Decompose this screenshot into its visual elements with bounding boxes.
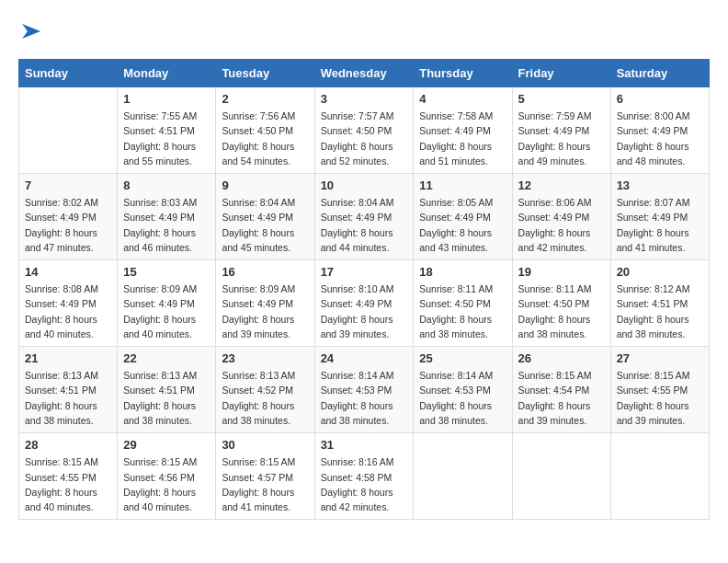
calendar-week-row: 28Sunrise: 8:15 AM Sunset: 4:55 PM Dayli… [19,433,710,520]
calendar-cell [610,433,709,520]
day-number: 20 [617,265,703,279]
calendar-header-row: SundayMondayTuesdayWednesdayThursdayFrid… [19,60,710,87]
day-number: 22 [123,351,210,365]
day-number: 19 [518,265,605,279]
day-info: Sunrise: 7:59 AM Sunset: 4:49 PM Dayligh… [518,109,605,168]
calendar-cell: 4Sunrise: 7:58 AM Sunset: 4:49 PM Daylig… [414,87,512,174]
day-info: Sunrise: 8:09 AM Sunset: 4:49 PM Dayligh… [222,282,308,341]
day-number: 12 [518,178,605,192]
calendar-cell: 31Sunrise: 8:16 AM Sunset: 4:58 PM Dayli… [314,433,414,520]
day-info: Sunrise: 7:55 AM Sunset: 4:51 PM Dayligh… [123,109,210,168]
day-info: Sunrise: 8:11 AM Sunset: 4:50 PM Dayligh… [419,282,506,341]
day-number: 4 [419,92,506,106]
calendar-cell: 14Sunrise: 8:08 AM Sunset: 4:49 PM Dayli… [19,260,118,347]
day-info: Sunrise: 8:13 AM Sunset: 4:51 PM Dayligh… [25,368,111,428]
calendar-cell: 10Sunrise: 8:04 AM Sunset: 4:49 PM Dayli… [314,174,414,260]
day-number: 1 [123,92,210,106]
day-number: 13 [617,178,703,192]
calendar-cell: 3Sunrise: 7:57 AM Sunset: 4:50 PM Daylig… [314,87,414,174]
calendar-cell [414,433,512,520]
weekday-header-tuesday: Tuesday [216,60,314,87]
calendar-cell: 18Sunrise: 8:11 AM Sunset: 4:50 PM Dayli… [414,260,512,347]
day-number: 23 [222,351,308,365]
day-number: 27 [617,351,703,365]
calendar-cell: 30Sunrise: 8:15 AM Sunset: 4:57 PM Dayli… [216,433,314,520]
day-number: 29 [123,438,210,452]
day-number: 21 [25,351,111,365]
calendar-cell: 1Sunrise: 7:55 AM Sunset: 4:51 PM Daylig… [118,87,216,174]
calendar-cell: 16Sunrise: 8:09 AM Sunset: 4:49 PM Dayli… [216,260,314,347]
calendar-table: SundayMondayTuesdayWednesdayThursdayFrid… [18,59,710,520]
weekday-header-saturday: Saturday [610,60,709,87]
day-number: 6 [617,92,703,106]
calendar-cell: 26Sunrise: 8:15 AM Sunset: 4:54 PM Dayli… [512,347,610,433]
day-number: 16 [222,265,308,279]
weekday-header-thursday: Thursday [414,60,512,87]
day-number: 24 [321,351,408,365]
calendar-cell: 24Sunrise: 8:14 AM Sunset: 4:53 PM Dayli… [314,347,414,433]
day-number: 25 [419,351,506,365]
day-info: Sunrise: 8:03 AM Sunset: 4:49 PM Dayligh… [123,195,210,255]
day-info: Sunrise: 8:15 AM Sunset: 4:54 PM Dayligh… [518,368,605,428]
day-info: Sunrise: 8:10 AM Sunset: 4:49 PM Dayligh… [321,282,408,341]
day-info: Sunrise: 8:13 AM Sunset: 4:52 PM Dayligh… [222,368,308,428]
calendar-week-row: 14Sunrise: 8:08 AM Sunset: 4:49 PM Dayli… [19,260,710,347]
calendar-cell: 17Sunrise: 8:10 AM Sunset: 4:49 PM Dayli… [314,260,414,347]
calendar-cell: 22Sunrise: 8:13 AM Sunset: 4:51 PM Dayli… [118,347,216,433]
day-number: 5 [518,92,605,106]
calendar-cell: 27Sunrise: 8:15 AM Sunset: 4:55 PM Dayli… [610,347,709,433]
day-number: 8 [123,178,210,192]
day-info: Sunrise: 8:13 AM Sunset: 4:51 PM Dayligh… [123,368,210,428]
calendar-week-row: 1Sunrise: 7:55 AM Sunset: 4:51 PM Daylig… [19,87,710,174]
calendar-cell: 21Sunrise: 8:13 AM Sunset: 4:51 PM Dayli… [19,347,118,433]
calendar-cell: 15Sunrise: 8:09 AM Sunset: 4:49 PM Dayli… [118,260,216,347]
day-number: 18 [419,265,506,279]
day-info: Sunrise: 8:07 AM Sunset: 4:49 PM Dayligh… [617,195,703,255]
calendar-cell: 6Sunrise: 8:00 AM Sunset: 4:49 PM Daylig… [610,87,709,174]
day-number: 28 [25,438,111,452]
day-number: 17 [321,265,408,279]
day-info: Sunrise: 8:14 AM Sunset: 4:53 PM Dayligh… [321,368,408,428]
day-number: 2 [222,92,308,106]
logo [18,18,44,44]
calendar-cell: 23Sunrise: 8:13 AM Sunset: 4:52 PM Dayli… [216,347,314,433]
calendar-cell: 5Sunrise: 7:59 AM Sunset: 4:49 PM Daylig… [512,87,610,174]
day-info: Sunrise: 8:06 AM Sunset: 4:49 PM Dayligh… [518,195,605,255]
day-number: 9 [222,178,308,192]
day-info: Sunrise: 8:16 AM Sunset: 4:58 PM Dayligh… [321,454,408,514]
day-number: 31 [321,438,408,452]
day-number: 7 [25,178,111,192]
day-number: 14 [25,265,111,279]
day-info: Sunrise: 8:09 AM Sunset: 4:49 PM Dayligh… [123,282,210,341]
page-header [18,18,710,44]
calendar-week-row: 21Sunrise: 8:13 AM Sunset: 4:51 PM Dayli… [19,347,710,433]
calendar-cell: 12Sunrise: 8:06 AM Sunset: 4:49 PM Dayli… [512,174,610,260]
calendar-cell: 28Sunrise: 8:15 AM Sunset: 4:55 PM Dayli… [19,433,118,520]
day-info: Sunrise: 8:04 AM Sunset: 4:49 PM Dayligh… [222,195,308,255]
calendar-cell: 2Sunrise: 7:56 AM Sunset: 4:50 PM Daylig… [216,87,314,174]
day-info: Sunrise: 8:04 AM Sunset: 4:49 PM Dayligh… [321,195,408,255]
weekday-header-sunday: Sunday [19,60,118,87]
calendar-cell: 25Sunrise: 8:14 AM Sunset: 4:53 PM Dayli… [414,347,512,433]
calendar-cell: 20Sunrise: 8:12 AM Sunset: 4:51 PM Dayli… [610,260,709,347]
day-info: Sunrise: 8:14 AM Sunset: 4:53 PM Dayligh… [419,368,506,428]
calendar-cell: 9Sunrise: 8:04 AM Sunset: 4:49 PM Daylig… [216,174,314,260]
day-info: Sunrise: 8:05 AM Sunset: 4:49 PM Dayligh… [419,195,506,255]
calendar-cell: 13Sunrise: 8:07 AM Sunset: 4:49 PM Dayli… [610,174,709,260]
day-info: Sunrise: 7:56 AM Sunset: 4:50 PM Dayligh… [222,109,308,168]
day-info: Sunrise: 8:11 AM Sunset: 4:50 PM Dayligh… [518,282,605,341]
calendar-cell: 19Sunrise: 8:11 AM Sunset: 4:50 PM Dayli… [512,260,610,347]
day-info: Sunrise: 8:15 AM Sunset: 4:56 PM Dayligh… [123,454,210,514]
calendar-cell [19,87,118,174]
day-number: 26 [518,351,605,365]
calendar-cell: 7Sunrise: 8:02 AM Sunset: 4:49 PM Daylig… [19,174,118,260]
logo-arrow-icon [18,18,44,44]
day-info: Sunrise: 8:08 AM Sunset: 4:49 PM Dayligh… [25,282,111,341]
day-info: Sunrise: 8:15 AM Sunset: 4:55 PM Dayligh… [617,368,703,428]
svg-marker-0 [22,24,40,39]
day-number: 30 [222,438,308,452]
calendar-cell: 8Sunrise: 8:03 AM Sunset: 4:49 PM Daylig… [118,174,216,260]
day-info: Sunrise: 8:15 AM Sunset: 4:57 PM Dayligh… [222,454,308,514]
day-info: Sunrise: 7:58 AM Sunset: 4:49 PM Dayligh… [419,109,506,168]
weekday-header-friday: Friday [512,60,610,87]
